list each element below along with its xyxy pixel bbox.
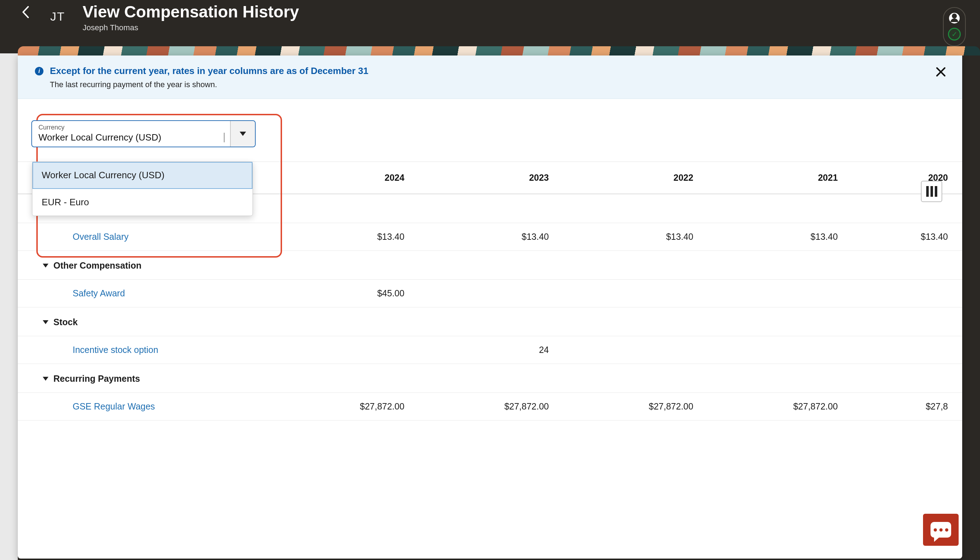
info-banner: i Except for the current year, rates in … <box>18 55 962 99</box>
decorative-banner <box>18 46 980 55</box>
cell-value: $27,8 <box>852 393 962 420</box>
column-settings-button[interactable] <box>921 181 942 202</box>
cell-value: $13.40 <box>563 223 707 251</box>
year-column-header: 2020 <box>852 162 962 194</box>
chat-fab[interactable] <box>923 514 958 546</box>
compensation-table-wrap: 20242023202220212020 SalaryOverall Salar… <box>18 162 962 558</box>
cell-value <box>419 280 564 307</box>
group-header[interactable]: Stock <box>18 307 962 336</box>
year-column-header: 2024 <box>274 162 419 194</box>
main-card: i Except for the current year, rates in … <box>18 55 962 558</box>
row-label-link[interactable]: Overall Salary <box>60 232 129 242</box>
page-title: View Compensation History <box>83 3 299 21</box>
row-label-link[interactable]: Incentive stock option <box>60 345 158 355</box>
cell-value: $27,872.00 <box>707 393 852 420</box>
currency-dropdown: Worker Local Currency (USD)EUR - Euro <box>32 162 253 216</box>
cell-value <box>274 336 419 364</box>
cell-value: $27,872.00 <box>563 393 707 420</box>
year-column-header: 2021 <box>707 162 852 194</box>
cell-value <box>707 280 852 307</box>
filter-area: Currency Worker Local Currency (USD) Wor… <box>18 99 962 162</box>
cell-value <box>852 336 962 364</box>
currency-option[interactable]: EUR - Euro <box>32 189 253 216</box>
back-button[interactable] <box>18 5 33 19</box>
currency-dropdown-button[interactable] <box>230 121 255 147</box>
cell-value <box>563 280 707 307</box>
info-icon: i <box>35 67 43 75</box>
avatar: JT <box>47 6 69 27</box>
group-header[interactable]: Other Compensation <box>18 251 962 280</box>
year-column-header: 2022 <box>563 162 707 194</box>
table-row: Incentive stock option24 <box>18 336 962 364</box>
cell-value: $13.40 <box>274 223 419 251</box>
close-banner-button[interactable] <box>934 65 948 79</box>
cell-value <box>852 280 962 307</box>
page-subtitle: Joseph Thomas <box>83 23 299 32</box>
cell-value: $27,872.00 <box>274 393 419 420</box>
cell-value: $13.40 <box>852 223 962 251</box>
cell-value: $45.00 <box>274 280 419 307</box>
chevron-down-icon <box>43 263 48 268</box>
info-banner-subtitle: The last recurring payment of the year i… <box>50 80 945 89</box>
table-row: Safety Award$45.00 <box>18 280 962 307</box>
currency-value: Worker Local Currency (USD) <box>38 132 224 143</box>
close-icon <box>936 67 946 77</box>
group-label: Other Compensation <box>54 260 141 271</box>
table-row: GSE Regular Wages$27,872.00$27,872.00$27… <box>18 393 962 420</box>
currency-label: Currency <box>38 124 224 131</box>
group-header[interactable]: Recurring Payments <box>18 364 962 393</box>
chevron-down-icon <box>240 132 246 136</box>
chevron-down-icon <box>43 377 48 381</box>
year-column-header: 2023 <box>419 162 564 194</box>
cell-value: $13.40 <box>707 223 852 251</box>
check-circle-icon: ✓ <box>948 28 961 40</box>
user-icon <box>949 13 960 23</box>
page-gutter <box>0 53 18 560</box>
info-banner-title: Except for the current year, rates in ye… <box>50 65 369 77</box>
cell-value: 24 <box>419 336 564 364</box>
row-label-link[interactable]: GSE Regular Wages <box>60 401 155 412</box>
cell-value: $27,872.00 <box>419 393 564 420</box>
chat-icon <box>930 522 951 538</box>
group-label: Recurring Payments <box>54 373 140 384</box>
row-label-link[interactable]: Safety Award <box>60 288 125 298</box>
cell-value: $13.40 <box>419 223 564 251</box>
columns-icon <box>926 186 937 197</box>
cell-value <box>563 336 707 364</box>
app-header: JT View Compensation History Joseph Thom… <box>0 0 980 46</box>
group-label: Stock <box>54 317 78 327</box>
chevron-down-icon <box>43 320 48 324</box>
table-row: Overall Salary$13.40$13.40$13.40$13.40$1… <box>18 223 962 251</box>
currency-option[interactable]: Worker Local Currency (USD) <box>32 162 253 189</box>
cell-value <box>707 336 852 364</box>
currency-combobox[interactable]: Currency Worker Local Currency (USD) Wor… <box>31 120 256 147</box>
assistant-pill[interactable]: ✓ <box>943 7 966 46</box>
